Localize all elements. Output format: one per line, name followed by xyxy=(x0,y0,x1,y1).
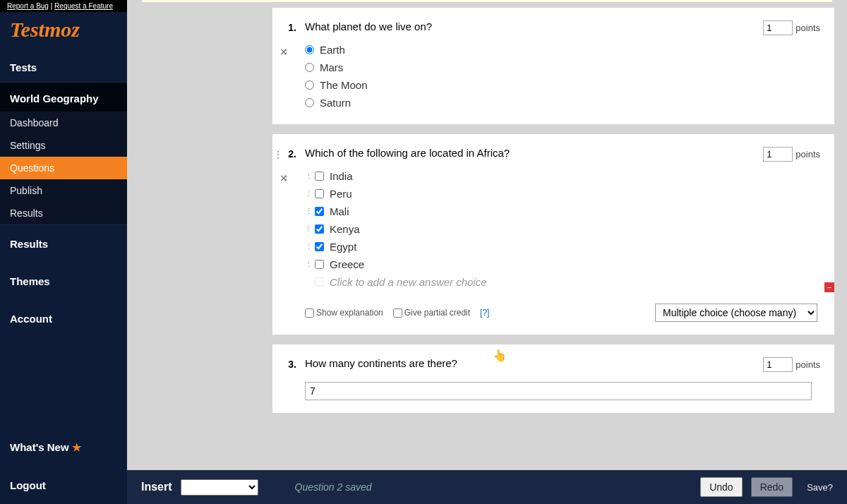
question-text[interactable]: How many continents are there? xyxy=(299,357,817,369)
question-text[interactable]: Which of the following are located in Af… xyxy=(299,147,817,159)
question-card-3: 3. How many continents are there? points xyxy=(272,344,834,413)
show-explanation-toggle[interactable]: Show explanation xyxy=(305,308,383,318)
answer-row: Saturn xyxy=(305,94,817,112)
undo-button[interactable]: Undo xyxy=(700,477,742,497)
drag-handle-icon[interactable]: ⋮ xyxy=(305,224,309,234)
question-text[interactable]: What planet do we live on? xyxy=(299,20,817,32)
fill-in-answer-input[interactable] xyxy=(305,382,812,400)
points-input[interactable] xyxy=(763,20,793,35)
question-footer: Show explanation Give partial credit [?]… xyxy=(299,304,817,322)
drag-handle-icon[interactable]: ⋮ xyxy=(305,172,309,181)
nav-results[interactable]: Results xyxy=(0,224,127,263)
add-answer-row[interactable]: ⋮ Click to add a new answer choice xyxy=(305,273,817,291)
nav-themes[interactable]: Themes xyxy=(0,263,127,300)
question-card-1: 1. ⤨ What planet do we live on? Earth Ma… xyxy=(272,8,834,124)
show-explanation-checkbox[interactable] xyxy=(305,308,314,318)
insert-label: Insert xyxy=(141,481,172,493)
answer-checkbox[interactable] xyxy=(315,172,324,181)
subnav-questions[interactable]: Questions xyxy=(0,157,127,179)
answer-text[interactable]: India xyxy=(330,170,353,182)
subnav-dashboard[interactable]: Dashboard xyxy=(0,112,127,134)
question-number: 1. xyxy=(281,22,296,33)
redo-button[interactable]: Redo xyxy=(751,477,793,497)
answer-row: The Moon xyxy=(305,76,817,94)
answer-text[interactable]: Mars xyxy=(320,61,343,73)
answer-text[interactable]: Peru xyxy=(330,188,352,200)
delete-question-icon[interactable]: − xyxy=(824,282,834,292)
answer-text[interactable]: The Moon xyxy=(320,79,368,91)
answer-radio[interactable] xyxy=(305,63,314,72)
points-input[interactable] xyxy=(763,147,793,162)
answer-list: Earth Mars The Moon Saturn xyxy=(299,41,817,112)
top-links: Report a Bug | Request a Feature xyxy=(0,0,127,12)
subnav-publish[interactable]: Publish xyxy=(0,179,127,202)
request-feature-link[interactable]: Request a Feature xyxy=(54,2,113,10)
answer-text[interactable]: Egypt xyxy=(330,241,356,253)
answer-text[interactable]: Saturn xyxy=(320,97,351,109)
drag-handle-icon[interactable]: ⋮ xyxy=(305,189,309,198)
points-input[interactable] xyxy=(763,357,793,372)
points-box: points xyxy=(763,147,820,162)
sidebar: Report a Bug | Request a Feature Testmoz… xyxy=(0,0,127,504)
points-box: points xyxy=(763,20,820,35)
question-type-select[interactable]: Multiple choice (choose many) xyxy=(655,304,817,322)
points-label: points xyxy=(795,23,820,33)
status-message: Question 2 saved xyxy=(295,481,692,493)
answer-checkbox[interactable] xyxy=(315,242,324,251)
question-number: 2. xyxy=(281,148,296,160)
answer-row: ⋮Egypt xyxy=(305,238,817,256)
answer-checkbox[interactable] xyxy=(315,207,324,216)
answer-text[interactable]: Earth xyxy=(320,44,345,56)
nav-whats-new[interactable]: What's New ★ xyxy=(0,428,127,467)
subnav-results[interactable]: Results xyxy=(0,202,127,224)
answer-checkbox[interactable] xyxy=(315,260,324,269)
test-subnav: Dashboard Settings Questions Publish Res… xyxy=(0,112,127,224)
whats-new-label: What's New xyxy=(10,441,69,453)
answer-checkbox[interactable] xyxy=(315,189,324,198)
answer-radio[interactable] xyxy=(305,98,314,107)
answer-list: ⋮India ⋮Peru ⋮Mali ⋮Kenya ⋮Egypt ⋮Greece… xyxy=(299,167,817,291)
shuffle-icon[interactable]: ⤨ xyxy=(280,46,288,57)
save-link[interactable]: Save? xyxy=(807,482,833,493)
partial-credit-toggle[interactable]: Give partial credit xyxy=(393,308,470,318)
points-label: points xyxy=(795,359,820,370)
nav-test-title[interactable]: World Geography xyxy=(0,82,127,112)
question-card-2: ⋮ 2. ⤨ Which of the following are locate… xyxy=(272,134,834,335)
partial-credit-checkbox[interactable] xyxy=(393,308,402,318)
nav-logout[interactable]: Logout xyxy=(0,467,127,504)
answer-checkbox[interactable] xyxy=(315,224,324,234)
answer-row: ⋮India xyxy=(305,167,817,185)
add-answer-placeholder[interactable]: Click to add a new answer choice xyxy=(330,276,487,288)
drag-handle-icon[interactable]: ⋮ xyxy=(305,207,309,216)
shuffle-icon[interactable]: ⤨ xyxy=(280,172,288,184)
answer-text[interactable]: Mali xyxy=(330,205,349,217)
answer-text[interactable]: Kenya xyxy=(330,223,360,235)
answer-radio[interactable] xyxy=(305,80,314,90)
answer-row: ⋮Kenya xyxy=(305,220,817,238)
answer-row: ⋮Peru xyxy=(305,185,817,203)
report-bug-link[interactable]: Report a Bug xyxy=(7,2,49,10)
logo: Testmoz xyxy=(0,12,127,52)
points-box: points xyxy=(763,357,820,372)
action-bar: Insert Question 2 saved Undo Redo Save? xyxy=(127,470,847,504)
help-link[interactable]: [?] xyxy=(480,308,489,318)
nav-account[interactable]: Account xyxy=(0,300,127,337)
notice-bar xyxy=(142,0,832,2)
main-area: 1. ⤨ What planet do we live on? Earth Ma… xyxy=(127,0,847,504)
answer-row: Earth xyxy=(305,41,817,59)
answer-row: ⋮Mali xyxy=(305,203,817,220)
points-label: points xyxy=(795,149,820,160)
add-answer-checkbox xyxy=(315,277,324,287)
answer-radio[interactable] xyxy=(305,45,314,54)
nav-tests[interactable]: Tests xyxy=(0,52,127,82)
star-icon: ★ xyxy=(72,441,81,453)
insert-type-select[interactable] xyxy=(181,479,258,496)
answer-row: Mars xyxy=(305,59,817,76)
question-number: 3. xyxy=(281,359,296,370)
answer-row: ⋮Greece xyxy=(305,256,817,273)
drag-handle-icon[interactable]: ⋮ xyxy=(305,242,309,251)
subnav-settings[interactable]: Settings xyxy=(0,134,127,157)
drag-handle-icon[interactable]: ⋮ xyxy=(305,260,309,269)
answer-text[interactable]: Greece xyxy=(330,258,364,270)
